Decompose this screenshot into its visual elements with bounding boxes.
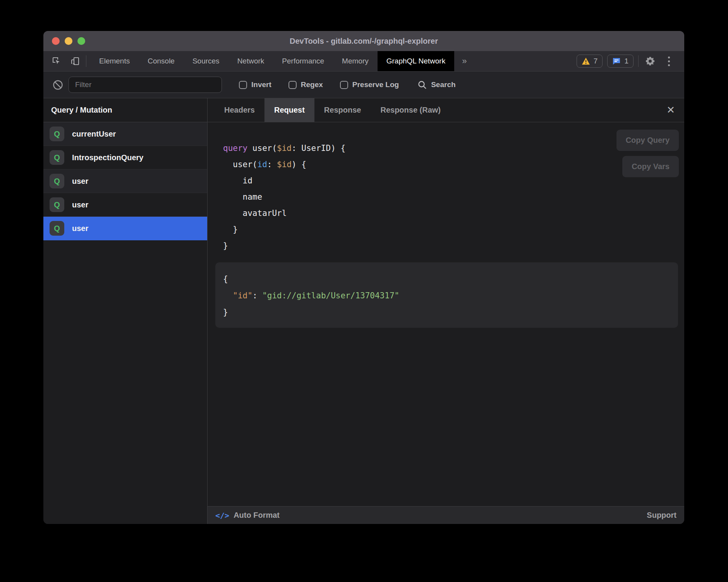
tab-performance[interactable]: Performance [273, 51, 333, 71]
list-item-label: currentUser [72, 130, 116, 139]
code-brackets-icon: </> [215, 511, 229, 520]
inspect-element-icon[interactable] [49, 53, 64, 69]
close-panel-icon[interactable]: ✕ [657, 98, 684, 122]
tab-response-raw[interactable]: Response (Raw) [371, 98, 450, 122]
tab-sources[interactable]: Sources [184, 51, 228, 71]
query-variables-box: { "id": "gid://gitlab/User/13704317"} [215, 262, 678, 328]
title-bar: DevTools - gitlab.com/-/graphql-explorer [43, 31, 684, 51]
query-type-badge: Q [50, 127, 64, 141]
filter-toolbar: Invert Regex Preserve Log Search [43, 71, 684, 98]
warnings-badge[interactable]: 7 [577, 55, 603, 68]
issues-badge[interactable]: 1 [607, 55, 634, 68]
device-toolbar-icon[interactable] [67, 53, 83, 69]
auto-format-label: Auto Format [234, 511, 280, 520]
search-icon [417, 80, 427, 90]
list-item-user-2[interactable]: Q user [43, 193, 207, 217]
list-item-label: user [72, 200, 88, 209]
checkbox-label: Invert [251, 80, 271, 89]
code-line: name [223, 189, 684, 205]
code-line: } [223, 304, 670, 321]
toolbar-divider [638, 55, 639, 67]
checkbox-box [239, 81, 247, 89]
tab-headers[interactable]: Headers [215, 98, 264, 122]
list-item-label: user [72, 224, 88, 233]
search-label: Search [431, 80, 455, 89]
checkbox-box [288, 81, 297, 89]
code-line: } [223, 221, 684, 238]
tab-response[interactable]: Response [314, 98, 371, 122]
status-bar: </> Auto Format Support [208, 506, 684, 524]
copy-vars-button[interactable]: Copy Vars [622, 156, 679, 177]
kebab-menu-icon[interactable] [662, 54, 676, 68]
checkbox-label: Preserve Log [352, 80, 399, 89]
tab-request[interactable]: Request [264, 98, 314, 122]
code-line: { [223, 271, 670, 288]
copy-buttons: Copy Query Copy Vars [616, 130, 679, 177]
code-line: "id": "gid://gitlab/User/13704317" [223, 288, 670, 304]
tab-elements[interactable]: Elements [90, 51, 139, 71]
list-item-user-3-selected[interactable]: Q user [43, 217, 207, 240]
list-item-introspectionquery[interactable]: Q IntrospectionQuery [43, 146, 207, 169]
query-list-header: Query / Mutation [43, 98, 207, 122]
search-button[interactable]: Search [417, 80, 455, 90]
query-type-badge: Q [50, 221, 64, 236]
code-line: id [223, 173, 684, 189]
toolbar-divider [86, 55, 86, 67]
query-type-badge: Q [50, 150, 64, 165]
more-tabs-chevron[interactable]: » [454, 51, 474, 71]
query-list-panel: Query / Mutation Q currentUser Q Introsp… [43, 98, 208, 524]
query-type-badge: Q [50, 174, 64, 188]
code-line: user(id: $id) { [223, 156, 684, 173]
detail-panel: Headers Request Response Response (Raw) … [208, 98, 684, 524]
tab-memory[interactable]: Memory [333, 51, 378, 71]
settings-gear-icon[interactable] [643, 54, 657, 68]
devtools-window: DevTools - gitlab.com/-/graphql-explorer… [43, 31, 684, 524]
list-item-currentuser[interactable]: Q currentUser [43, 122, 207, 146]
graphql-query-code: query user($id: UserID) { user(id: $id) … [223, 140, 684, 254]
checkbox-label: Regex [301, 80, 323, 89]
filter-input[interactable] [69, 77, 222, 93]
message-icon [612, 57, 621, 65]
detail-tab-bar: Headers Request Response Response (Raw) … [208, 98, 684, 122]
list-item-label: user [72, 177, 88, 186]
copy-query-button[interactable]: Copy Query [616, 130, 679, 151]
code-line: avatarUrl [223, 205, 684, 221]
checkbox-box [340, 81, 348, 89]
warnings-count: 7 [594, 57, 598, 65]
tab-graphql-network[interactable]: GraphQL Network [378, 51, 454, 71]
clear-icon[interactable] [53, 80, 63, 90]
tab-console[interactable]: Console [139, 51, 184, 71]
window-title: DevTools - gitlab.com/-/graphql-explorer [43, 37, 684, 46]
list-item-label: IntrospectionQuery [72, 153, 143, 162]
support-link[interactable]: Support [647, 511, 676, 520]
main-split: Query / Mutation Q currentUser Q Introsp… [43, 98, 684, 524]
code-line: query user($id: UserID) { [223, 140, 684, 156]
invert-checkbox[interactable]: Invert [239, 80, 271, 89]
preserve-log-checkbox[interactable]: Preserve Log [340, 80, 399, 89]
tab-network[interactable]: Network [228, 51, 273, 71]
list-item-user-1[interactable]: Q user [43, 169, 207, 193]
request-content: query user($id: UserID) { user(id: $id) … [208, 122, 684, 506]
issues-count: 1 [624, 57, 628, 65]
devtools-tab-bar: Elements Console Sources Network Perform… [43, 51, 684, 71]
code-line: } [223, 238, 684, 254]
regex-checkbox[interactable]: Regex [288, 80, 323, 89]
auto-format-button[interactable]: </> Auto Format [215, 511, 280, 520]
warning-icon [582, 57, 590, 65]
query-type-badge: Q [50, 197, 64, 212]
